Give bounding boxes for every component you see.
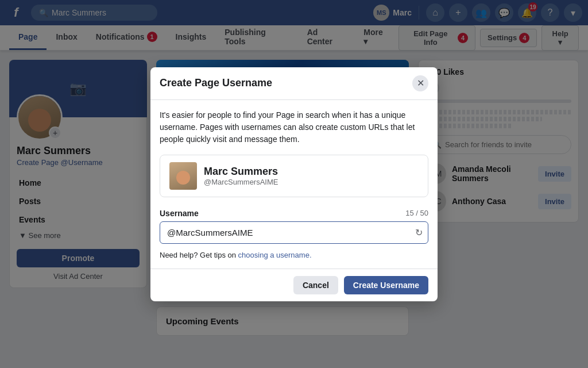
username-field-label: Username 15 / 50	[160, 209, 428, 218]
char-count: 15 / 50	[405, 209, 428, 217]
modal-header: Create Page Username ✕	[150, 67, 438, 100]
modal-close-btn[interactable]: ✕	[412, 75, 428, 91]
username-input[interactable]	[160, 221, 428, 244]
username-preview: Marc Summers @MarcSummersAIME	[160, 155, 428, 197]
modal-overlay[interactable]: Create Page Username ✕ It's easier for p…	[0, 0, 588, 345]
modal-body: It's easier for people to find your Page…	[150, 100, 438, 269]
username-help-link[interactable]: choosing a username.	[238, 251, 312, 259]
create-username-button[interactable]: Create Username	[344, 276, 428, 294]
username-label: Username	[160, 209, 199, 218]
preview-handle: @MarcSummersAIME	[204, 178, 278, 186]
modal-title: Create Page Username	[160, 77, 272, 89]
modal-description: It's easier for people to find your Page…	[160, 109, 428, 145]
username-field-section: Username 15 / 50 ↻	[160, 209, 428, 244]
modal-footer: Cancel Create Username	[150, 269, 438, 301]
preview-avatar	[169, 162, 197, 190]
loading-spinner-icon: ↻	[415, 227, 423, 238]
create-username-modal: Create Page Username ✕ It's easier for p…	[150, 67, 438, 301]
username-input-wrap: ↻	[160, 221, 428, 244]
username-help: Need help? Get tips on choosing a userna…	[160, 251, 428, 259]
cancel-button[interactable]: Cancel	[293, 276, 338, 294]
preview-name: Marc Summers	[204, 166, 278, 178]
preview-info: Marc Summers @MarcSummersAIME	[204, 166, 278, 186]
